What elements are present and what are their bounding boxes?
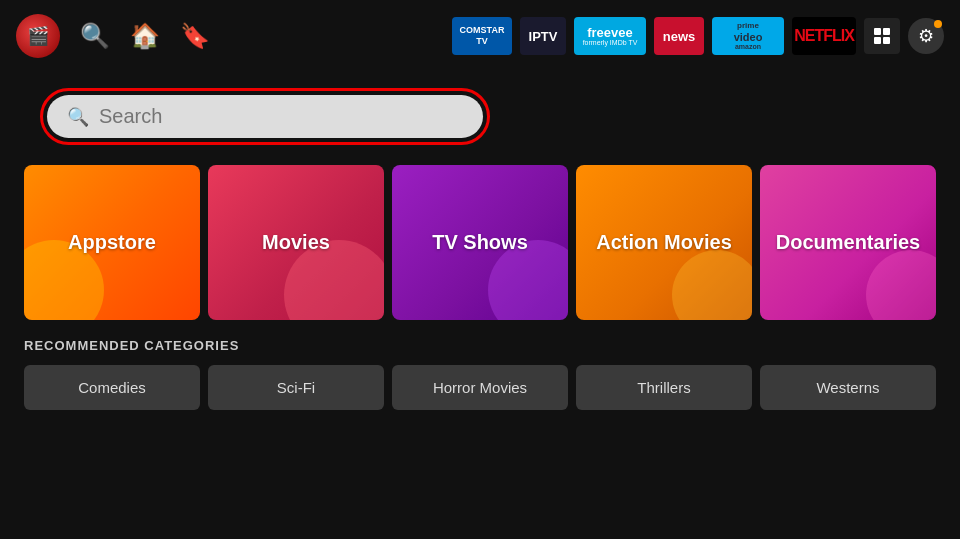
svg-rect-1 (883, 28, 890, 35)
netflix-label: NETFLIX (794, 27, 854, 45)
bookmark-icon[interactable]: 🔖 (180, 22, 210, 50)
grid-icon (872, 26, 892, 46)
apps-grid-button[interactable] (864, 18, 900, 54)
nav-left-icons: 🎬 🔍 🏠 🔖 (16, 14, 210, 58)
search-icon: 🔍 (67, 106, 89, 128)
freevee-sub: formerly IMDb TV (583, 39, 638, 46)
rec-label-horror: Horror Movies (433, 379, 527, 396)
recommended-section: RECOMMENDED CATEGORIES Comedies Sci-Fi H… (0, 320, 960, 422)
prime-label-bot: amazon (735, 43, 761, 51)
top-nav: 🎬 🔍 🏠 🔖 COMSTARTV IPTV freevee formerly … (0, 0, 960, 72)
search-bar: 🔍 (47, 95, 483, 138)
rec-item-horror[interactable]: Horror Movies (392, 365, 568, 410)
search-section: 🔍 (0, 72, 960, 165)
recommended-list: Comedies Sci-Fi Horror Movies Thrillers … (24, 365, 936, 410)
prime-label-top: prime (737, 22, 759, 31)
channel-comcast[interactable]: COMSTARTV (452, 17, 512, 55)
tile-action[interactable]: Action Movies (576, 165, 752, 320)
rec-item-scifi[interactable]: Sci-Fi (208, 365, 384, 410)
search-wrapper: 🔍 (40, 88, 490, 145)
prime-label-mid: video (734, 31, 763, 43)
channel-list: COMSTARTV IPTV freevee formerly IMDb TV … (452, 17, 944, 55)
avatar[interactable]: 🎬 (16, 14, 60, 58)
rec-item-thrillers[interactable]: Thrillers (576, 365, 752, 410)
tile-appstore-label: Appstore (68, 231, 156, 254)
channel-freevee[interactable]: freevee formerly IMDb TV (574, 17, 646, 55)
home-icon[interactable]: 🏠 (130, 22, 160, 50)
iptv-label: IPTV (529, 29, 558, 44)
notification-dot (934, 20, 942, 28)
channel-netflix[interactable]: NETFLIX (792, 17, 856, 55)
tile-appstore[interactable]: Appstore (24, 165, 200, 320)
svg-rect-3 (883, 37, 890, 44)
news-label: news (663, 29, 696, 44)
tile-tvshows[interactable]: TV Shows (392, 165, 568, 320)
rec-item-comedies[interactable]: Comedies (24, 365, 200, 410)
svg-rect-0 (874, 28, 881, 35)
tiles-section: Appstore Movies TV Shows Action Movies D… (0, 165, 960, 320)
tile-action-label: Action Movies (596, 231, 732, 254)
search-input[interactable] (99, 105, 463, 128)
svg-rect-2 (874, 37, 881, 44)
rec-label-scifi: Sci-Fi (277, 379, 315, 396)
rec-label-thrillers: Thrillers (637, 379, 690, 396)
channel-iptv[interactable]: IPTV (520, 17, 566, 55)
search-nav-icon[interactable]: 🔍 (80, 22, 110, 50)
tile-movies-label: Movies (262, 231, 330, 254)
rec-item-westerns[interactable]: Westerns (760, 365, 936, 410)
channel-prime[interactable]: prime video amazon (712, 17, 784, 55)
rec-label-comedies: Comedies (78, 379, 146, 396)
settings-button[interactable]: ⚙ (908, 18, 944, 54)
tile-tvshows-label: TV Shows (432, 231, 528, 254)
tile-movies[interactable]: Movies (208, 165, 384, 320)
comcast-label: COMSTARTV (460, 25, 505, 47)
channel-news[interactable]: news (654, 17, 704, 55)
tile-docs[interactable]: Documentaries (760, 165, 936, 320)
freevee-label: freevee (587, 26, 633, 39)
gear-icon: ⚙ (918, 25, 934, 47)
rec-label-westerns: Westerns (816, 379, 879, 396)
recommended-title: RECOMMENDED CATEGORIES (24, 338, 936, 353)
tile-docs-label: Documentaries (776, 231, 921, 254)
